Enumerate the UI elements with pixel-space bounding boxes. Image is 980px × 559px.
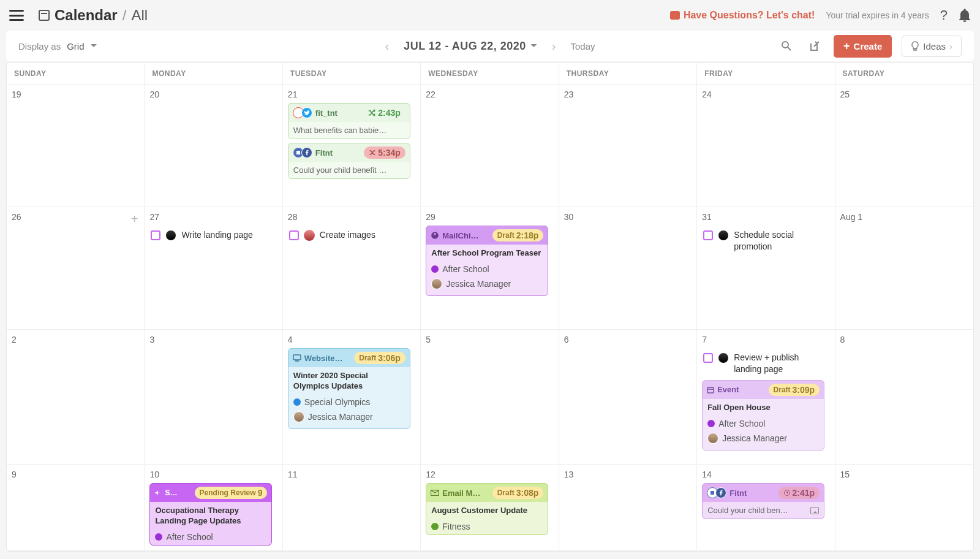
day-cell[interactable]: 6 [559, 330, 697, 464]
day-cell[interactable]: 8 [835, 330, 973, 464]
day-cell[interactable]: 4 Website… Draft 3:06p Winter 2020 Speci… [283, 330, 421, 464]
task-item[interactable]: Review + publish landing page [702, 351, 829, 376]
week-row: 19 20 21 fit_tnt 2:43p [7, 85, 973, 207]
svg-rect-6 [707, 387, 714, 393]
task-checkbox[interactable] [289, 230, 299, 240]
day-cell[interactable]: 21 fit_tnt 2:43p [283, 85, 421, 207]
day-cell[interactable]: 24 [697, 85, 835, 207]
event-calendar-icon [707, 386, 714, 394]
share-icon[interactable] [805, 37, 824, 55]
day-cell[interactable]: 13 [559, 465, 697, 550]
task-checkbox[interactable] [703, 230, 713, 240]
weekday-monday: MONDAY [145, 63, 282, 85]
search-icon[interactable] [777, 37, 796, 55]
twitter-icon [301, 107, 312, 118]
calendar-card[interactable]: Fitnt 5:34p Could your child benefit … [288, 143, 410, 179]
notifications-bell-icon[interactable] [959, 9, 971, 22]
weekday-friday: FRIDAY [697, 63, 835, 85]
day-cell[interactable]: 28 Create images [283, 207, 421, 329]
help-icon[interactable]: ? [940, 7, 948, 23]
calendar-card[interactable]: Event Draft 3:09p Fall Open House After … [702, 380, 824, 451]
day-cell[interactable]: 15 [835, 465, 973, 550]
day-cell[interactable]: 29 MailChi… Draft 2:18p After School Pro… [421, 207, 559, 329]
day-cell[interactable]: 22 [421, 85, 559, 207]
weekday-thursday: THURSDAY [559, 63, 697, 85]
assignee-avatar [718, 230, 729, 241]
breadcrumb-sub[interactable]: All [131, 7, 148, 24]
day-cell[interactable]: 12 Email M… Draft 3:08p August Customer … [421, 465, 559, 550]
day-cell[interactable]: 3 [145, 330, 282, 464]
next-range-icon[interactable]: › [552, 39, 556, 53]
calendar-card[interactable]: S… Pending Review 9 Occupational Therapy… [149, 483, 272, 546]
status-pill: Draft 2:18p [492, 229, 544, 241]
date-range-picker[interactable]: JUL 12 - AUG 22, 2020 [404, 40, 537, 53]
task-checkbox[interactable] [703, 353, 713, 363]
chat-bubble-icon [670, 11, 680, 20]
calendar-card[interactable]: Website… Draft 3:06p Winter 2020 Special… [288, 348, 410, 429]
time-pill: 2:41p [778, 487, 820, 499]
card-tag: After School [426, 262, 548, 276]
status-pill: Draft 3:09p [769, 384, 820, 396]
day-cell[interactable]: 10 S… Pending Review 9 Occupational Ther… [145, 465, 282, 550]
day-cell[interactable]: 9 [7, 465, 145, 550]
add-event-icon[interactable]: + [131, 212, 138, 226]
day-cell[interactable]: 30 [559, 207, 697, 329]
day-cell[interactable]: 19 [7, 85, 145, 207]
day-cell[interactable]: 26 + [7, 207, 145, 329]
day-cell[interactable]: 23 [559, 85, 697, 207]
facebook-icon [301, 147, 312, 158]
chevron-right-icon: › [949, 41, 952, 51]
display-as-selector[interactable]: Display as Grid [18, 41, 97, 51]
chevron-down-icon [91, 44, 97, 50]
time-pill: 5:34p [364, 146, 405, 159]
create-button[interactable]: + Create [834, 35, 892, 58]
day-cell[interactable]: 11 [283, 465, 421, 550]
status-pill: Pending Review 9 [195, 487, 268, 499]
shuffle-icon: 2:43p [363, 107, 405, 119]
day-cell[interactable]: 31 Schedule social promotion [697, 207, 835, 329]
card-tag: Special Olympics [288, 395, 410, 409]
menu-hamburger-icon[interactable] [9, 10, 24, 21]
day-cell[interactable]: 2 [7, 330, 145, 464]
week-row: 26 + 27 Write landing page 28 Create ima… [7, 207, 973, 330]
today-button[interactable]: Today [570, 41, 595, 51]
calendar-grid: SUNDAY MONDAY TUESDAY WEDNESDAY THURSDAY… [6, 63, 974, 552]
day-cell[interactable]: 20 [145, 85, 282, 207]
calendar-card[interactable]: Fitnt 2:41p Could your child ben… [702, 483, 824, 519]
calendar-card[interactable]: fit_tnt 2:43p What benefits can babie… [288, 103, 410, 139]
day-cell[interactable]: 7 Review + publish landing page Event Dr… [697, 330, 835, 464]
day-cell[interactable]: 14 Fitnt 2:41p Could yo [697, 465, 835, 550]
prev-range-icon[interactable]: ‹ [385, 39, 390, 53]
card-preview: What benefits can babie… [288, 122, 410, 139]
card-title: After School Program Teaser [426, 246, 548, 262]
weekday-wednesday: WEDNESDAY [421, 63, 559, 85]
breadcrumb-main[interactable]: Calendar [55, 7, 118, 24]
task-item[interactable]: Create images [288, 228, 415, 242]
week-row: 9 10 S… Pending Review 9 Occupational Th… [7, 465, 973, 551]
ideas-button[interactable]: Ideas › [902, 36, 962, 57]
card-author: Jessica Manager [703, 430, 824, 449]
day-cell[interactable]: 27 Write landing page [145, 207, 282, 329]
chevron-down-icon [531, 44, 537, 50]
assignee-avatar [718, 352, 729, 363]
day-cell[interactable]: 25 [835, 85, 973, 207]
task-item[interactable]: Write landing page [149, 228, 277, 242]
task-item[interactable]: Schedule social promotion [702, 228, 829, 254]
calendar-card[interactable]: MailChi… Draft 2:18p After School Progra… [426, 226, 548, 296]
svg-line-1 [788, 47, 791, 50]
card-title: Winter 2020 Special Olympics Updates [288, 368, 410, 395]
chat-link[interactable]: Have Questions? Let's chat! [670, 10, 815, 21]
email-icon [431, 490, 439, 496]
svg-rect-3 [296, 151, 300, 154]
card-preview: Could your child ben… [703, 502, 824, 519]
day-cell[interactable]: Aug 1 [835, 207, 973, 329]
day-cell[interactable]: 5 [421, 330, 559, 464]
card-title: Fall Open House [703, 400, 824, 417]
task-checkbox[interactable] [151, 230, 160, 240]
calendar-card[interactable]: Email M… Draft 3:08p August Customer Upd… [426, 483, 548, 535]
breadcrumb-separator: / [123, 7, 127, 24]
weekday-sunday: SUNDAY [7, 63, 145, 85]
app-header: Calendar / All Have Questions? Let's cha… [0, 0, 980, 31]
card-tag: After School [703, 417, 824, 430]
card-tag: After School [150, 530, 271, 544]
